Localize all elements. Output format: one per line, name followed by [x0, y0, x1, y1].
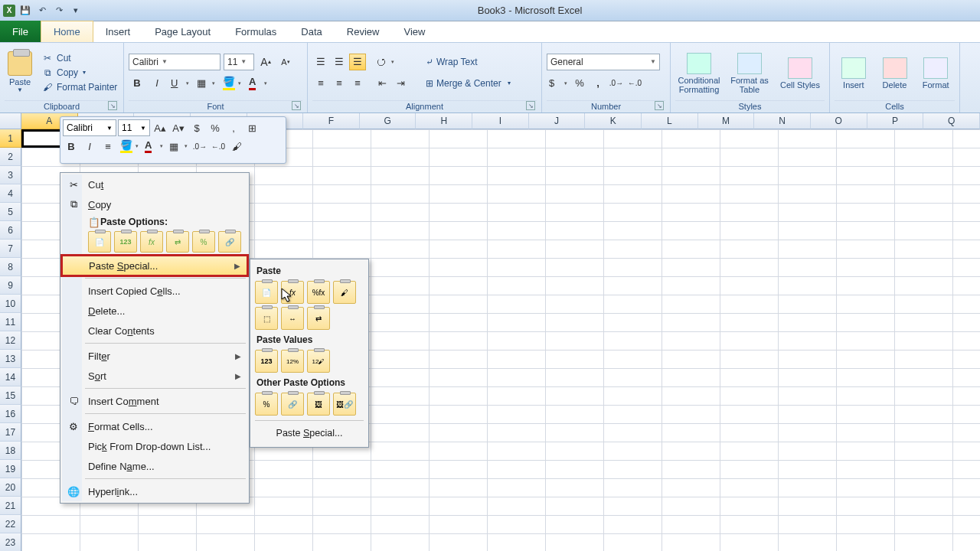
accounting-format-button[interactable]: $▾ [547, 75, 570, 92]
col-header-H[interactable]: H [416, 113, 472, 129]
sub-picture[interactable]: 🖼 [307, 393, 330, 416]
align-middle-icon[interactable]: ☰ [331, 54, 348, 70]
bold-button[interactable]: B [129, 75, 145, 92]
cm-paste-special[interactable]: Paste Special...▶ [62, 256, 247, 276]
format-cells-button[interactable]: Format [916, 56, 955, 90]
percent-button[interactable]: % [571, 75, 588, 92]
cm-delete[interactable]: Delete... [62, 301, 247, 321]
mini-bold-button[interactable]: B [63, 138, 80, 155]
sub-values-number[interactable]: 12% [281, 350, 304, 373]
cm-insert-copied-cells[interactable]: Insert Copied Cells... [62, 281, 247, 301]
select-all-triangle[interactable] [0, 113, 21, 129]
format-as-table-button[interactable]: Format as Table [726, 51, 773, 94]
clipboard-launcher[interactable]: ↘ [108, 101, 117, 110]
tab-file[interactable]: File [0, 21, 41, 42]
mini-cell-styles-icon[interactable]: ⊞ [243, 119, 260, 136]
cm-format-cells[interactable]: ⚙Format Cells... [62, 416, 247, 436]
cm-define-name[interactable]: Define Name... [62, 456, 247, 476]
row-header-23[interactable]: 23 [0, 533, 21, 551]
col-header-F[interactable]: F [303, 113, 360, 129]
row-header-12[interactable]: 12 [0, 331, 21, 350]
mini-grow-font-icon[interactable]: A▴ [152, 119, 168, 136]
fill-color-button[interactable]: 🪣▾ [220, 75, 243, 92]
row-header-9[interactable]: 9 [0, 276, 21, 295]
sub-keep-formatting[interactable]: 🖌 [333, 281, 356, 304]
sub-paste[interactable]: 📄 [255, 281, 278, 304]
col-header-O[interactable]: O [811, 113, 867, 129]
sub-keep-width[interactable]: ↔ [281, 307, 304, 330]
row-header-2[interactable]: 2 [0, 148, 21, 166]
increase-decimal-icon[interactable]: .0→ [608, 75, 625, 92]
mini-fill-color-button[interactable]: 🪣▾ [118, 138, 141, 155]
wrap-text-button[interactable]: ⤶Wrap Text [423, 54, 514, 70]
sub-formatting[interactable]: % [255, 393, 278, 416]
row-header-3[interactable]: 3 [0, 166, 21, 184]
decrease-font-icon[interactable]: A▾ [277, 54, 294, 70]
save-icon[interactable]: 💾 [18, 4, 32, 18]
paste-option-formulas[interactable]: fx [140, 231, 163, 253]
row-header-11[interactable]: 11 [0, 313, 21, 331]
mini-dec-dec-icon[interactable]: ←.0 [210, 138, 227, 155]
row-header-10[interactable]: 10 [0, 295, 21, 313]
mini-shrink-font-icon[interactable]: A▾ [170, 119, 187, 136]
paste-option-paste[interactable]: 📄 [88, 231, 111, 253]
row-header-8[interactable]: 8 [0, 258, 21, 276]
row-header-18[interactable]: 18 [0, 442, 21, 460]
row-header-22[interactable]: 22 [0, 515, 21, 533]
cm-copy[interactable]: ⧉Copy [62, 194, 247, 214]
row-header-1[interactable]: 1 [0, 129, 21, 148]
mini-painter-icon[interactable]: 🖌 [228, 138, 245, 155]
mini-percent-icon[interactable]: % [207, 119, 224, 136]
paste-option-link[interactable]: 🔗 [218, 231, 241, 253]
paste-option-values[interactable]: 123 [114, 231, 137, 253]
row-header-14[interactable]: 14 [0, 368, 21, 386]
format-painter-button[interactable]: 🖌Format Painter [41, 81, 117, 93]
sub-link[interactable]: 🔗 [281, 393, 304, 416]
mini-inc-dec-icon[interactable]: .0→ [191, 138, 208, 155]
conditional-formatting-button[interactable]: Conditional Formatting [675, 51, 723, 94]
orientation-button[interactable]: ⭯▾ [374, 54, 397, 70]
excel-icon[interactable]: X [3, 5, 15, 17]
paste-option-formatting[interactable]: % [192, 231, 215, 253]
font-color-button[interactable]: A▾ [247, 75, 270, 92]
increase-indent-icon[interactable]: ⇥ [392, 75, 409, 92]
col-header-N[interactable]: N [754, 113, 811, 129]
cm-pick-from-list[interactable]: Pick From Drop-down List... [62, 436, 247, 456]
mini-font-color-button[interactable]: A▾ [142, 138, 165, 155]
row-header-5[interactable]: 5 [0, 203, 21, 221]
tab-page-layout[interactable]: Page Layout [142, 21, 223, 42]
mini-comma-icon[interactable]: , [225, 119, 242, 136]
number-launcher[interactable]: ↘ [655, 101, 664, 110]
cm-sort[interactable]: Sort▶ [62, 366, 247, 386]
qat-dropdown-icon[interactable]: ▾ [69, 4, 83, 18]
decrease-decimal-icon[interactable]: ←.0 [626, 75, 643, 92]
mini-font-combo[interactable]: Calibri▼ [63, 119, 116, 136]
sub-linked-picture[interactable]: 🖼🔗 [333, 393, 356, 416]
col-header-I[interactable]: I [472, 113, 529, 129]
tab-home[interactable]: Home [41, 21, 93, 42]
col-header-P[interactable]: P [867, 113, 924, 129]
mini-italic-button[interactable]: I [81, 138, 98, 155]
cell-styles-button[interactable]: Cell Styles [776, 56, 824, 90]
italic-button[interactable]: I [149, 75, 165, 92]
font-launcher[interactable]: ↘ [292, 101, 301, 110]
font-size-combo[interactable]: 11▼ [224, 54, 254, 70]
col-header-L[interactable]: L [642, 113, 698, 129]
row-header-6[interactable]: 6 [0, 221, 21, 240]
comma-button[interactable]: , [590, 75, 606, 92]
row-header-15[interactable]: 15 [0, 386, 21, 405]
sub-formulas-number[interactable]: %fx [307, 281, 330, 304]
col-header-G[interactable]: G [360, 113, 416, 129]
row-header-21[interactable]: 21 [0, 497, 21, 515]
increase-font-icon[interactable]: A▴ [257, 54, 274, 70]
row-header-4[interactable]: 4 [0, 184, 21, 203]
paste-button[interactable]: Paste ▼ [5, 51, 35, 93]
tab-review[interactable]: Review [335, 21, 392, 42]
mini-size-combo[interactable]: 11▼ [118, 119, 150, 136]
cm-insert-comment[interactable]: 🗨Insert Comment [62, 391, 247, 411]
row-header-13[interactable]: 13 [0, 350, 21, 368]
col-header-Q[interactable]: Q [923, 113, 980, 129]
insert-cells-button[interactable]: Insert [835, 56, 873, 90]
row-header-19[interactable]: 19 [0, 460, 21, 478]
sub-values[interactable]: 123 [255, 350, 278, 373]
